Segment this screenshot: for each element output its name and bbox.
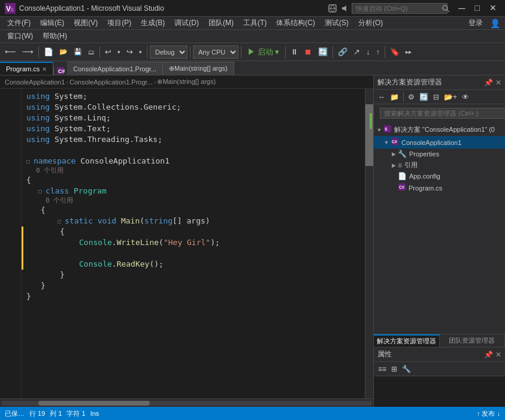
tb-restart-btn[interactable]: 🔄 (316, 46, 330, 58)
tb-new-btn[interactable]: 📄 (41, 46, 56, 58)
tb-bookmark-btn[interactable]: 🔖 (388, 46, 402, 58)
se-properties-btn[interactable]: ⚙ (406, 92, 416, 102)
tb-attach-btn[interactable]: 🔗 (335, 46, 350, 58)
prop-settings-btn[interactable]: 🔧 (400, 364, 413, 374)
menu-analyze[interactable]: 分析(O) (353, 17, 388, 29)
code-line-7[interactable]: □ namespace ConsoleApplication1 (22, 156, 365, 167)
breadcrumb-method[interactable]: ⊕Main(string[] args) (157, 78, 216, 86)
code-line-3[interactable]: using System.Linq; (22, 113, 365, 123)
tab-team-explorer[interactable]: 团队资源管理器 (440, 334, 506, 347)
tb-back-btn[interactable]: ⟵ (2, 46, 19, 58)
debug-config-select[interactable]: Debug (150, 46, 188, 59)
tb-step-over-btn[interactable]: ↗ (351, 46, 362, 58)
se-collapse-btn[interactable]: ⊟ (431, 92, 441, 102)
menu-debug[interactable]: 调试(D) (170, 17, 204, 29)
menu-view[interactable]: 视图(V) (69, 17, 102, 29)
code-line-8[interactable]: { (22, 175, 365, 186)
breadcrumb-file[interactable]: ConsoleApplication1.Progr... (69, 78, 153, 86)
menu-team[interactable]: 团队(M) (204, 17, 238, 29)
tab-solution-explorer[interactable]: 解决方案资源管理器 (374, 334, 440, 347)
menu-architecture[interactable]: 体系结构(C) (271, 17, 320, 29)
start-btn[interactable]: ▶ 启动 ▾ (244, 46, 283, 59)
platform-select[interactable]: Any CPU (193, 46, 238, 59)
tb-save-btn[interactable]: 💾 (71, 47, 84, 57)
menu-test[interactable]: 测试(S) (320, 17, 353, 29)
menu-tools[interactable]: 工具(T) (238, 17, 271, 29)
tb-saveall-btn[interactable]: 🗂 (86, 47, 97, 57)
editor-scrollbar[interactable] (365, 89, 373, 398)
prop-close-btn[interactable]: ✕ (495, 350, 501, 359)
tb-pause-btn[interactable]: ⏸ (288, 46, 301, 58)
se-sync-btn[interactable]: ↔ (376, 92, 387, 102)
tree-references[interactable]: ▶ ≡ 引用 (374, 159, 505, 171)
code-line-18[interactable]: } (22, 291, 365, 302)
code-line-17[interactable]: } (22, 280, 365, 291)
se-search-input[interactable] (380, 108, 505, 119)
tree-program-cs[interactable]: C# Program.cs (374, 182, 505, 194)
account-icon[interactable]: 👤 (488, 17, 503, 29)
maximize-btn[interactable]: □ (471, 3, 483, 14)
tb-step-in-btn[interactable]: ↓ (364, 46, 373, 58)
tb-redo-drop-btn[interactable]: ▾ (137, 48, 144, 56)
tab-console-app[interactable]: ConsoleApplication1.Progr... (67, 62, 163, 75)
code-line-13[interactable]: Console . WriteLine ( "Hey Girl" ); (22, 237, 365, 248)
code-line-15[interactable]: Console . ReadKey (); (22, 259, 365, 270)
se-show-files-btn[interactable]: 📁 (388, 92, 401, 102)
code-line-1[interactable]: using System; (22, 91, 365, 102)
se-close-btn[interactable]: ✕ (495, 78, 501, 87)
login-btn[interactable]: 登录 (464, 17, 488, 29)
tb-stop-btn[interactable]: ⏹ (302, 46, 315, 58)
tree-properties[interactable]: ▶ 🔧 Properties (374, 149, 505, 159)
tree-project[interactable]: ▼ C# ConsoleApplication1 (374, 136, 505, 149)
code-line-11[interactable]: □ static void Main ( string [] args) (22, 216, 365, 226)
prop-categorized-btn[interactable]: ≡≡ (376, 364, 388, 374)
breadcrumb-project[interactable]: ConsoleApplication1 (5, 78, 65, 86)
se-new-folder-btn[interactable]: 📂+ (442, 92, 459, 102)
se-pin-btn[interactable]: 📌 (484, 78, 493, 87)
code-line-6[interactable] (22, 145, 365, 156)
code-line-10[interactable]: { (22, 205, 365, 216)
collapse-class[interactable]: □ (38, 186, 44, 197)
close-btn[interactable]: ✕ (486, 3, 500, 14)
code-area[interactable]: using System; using System.Collections.G… (22, 89, 365, 398)
quick-launch-input[interactable] (352, 3, 447, 14)
tb-redo-btn[interactable]: ↪ (124, 46, 135, 58)
prop-pin-btn[interactable]: 📌 (484, 350, 493, 359)
code-line-12[interactable]: { (22, 226, 365, 237)
horizontal-scrollbar[interactable] (0, 398, 373, 407)
tb-step-out-btn[interactable]: ↑ (374, 46, 383, 58)
code-line-2[interactable]: using System.Collections.Generic; (22, 102, 365, 113)
publish-status[interactable]: ↑ 发布 ↓ (477, 409, 500, 418)
menu-project[interactable]: 项目(P) (102, 17, 136, 29)
se-refresh-btn[interactable]: 🔄 (418, 92, 430, 102)
menu-build[interactable]: 生成(B) (136, 17, 170, 29)
menu-help[interactable]: 帮助(H) (38, 30, 72, 43)
collapse-main[interactable]: □ (58, 216, 63, 226)
menu-file[interactable]: 文件(F) (2, 17, 35, 29)
prop-alphabetical-btn[interactable]: ⊞ (389, 364, 399, 374)
tab-close-program-cs[interactable]: ✕ (42, 66, 47, 72)
expand-references[interactable]: ▶ (391, 162, 397, 168)
tab-main-method[interactable]: ⊕Main(string[] args) (163, 62, 234, 75)
code-line-9[interactable]: □ class Program (22, 186, 365, 197)
code-line-16[interactable]: } (22, 270, 365, 280)
collapse-namespace[interactable]: □ (26, 156, 32, 167)
code-line-5[interactable]: using System.Threading.Tasks; (22, 134, 365, 145)
tb-more-btn[interactable]: ▸▸ (403, 47, 414, 56)
code-line-14[interactable] (22, 248, 365, 259)
tb-forward-btn[interactable]: ⟶ (20, 46, 36, 58)
code-line-4[interactable]: using System.Text; (22, 123, 365, 134)
tree-solution[interactable]: ▼ S 解决方案 "ConsoleApplication1" (0 (374, 123, 505, 136)
menu-window[interactable]: 窗口(W) (2, 30, 38, 43)
tb-open-btn[interactable]: 📂 (57, 47, 70, 57)
expand-solution[interactable]: ▼ (376, 127, 382, 133)
tb-undo-btn[interactable]: ↩ (102, 46, 114, 58)
expand-project[interactable]: ▼ (383, 140, 389, 146)
tab-program-cs[interactable]: Program.cs ✕ (0, 62, 53, 75)
tb-undo-drop-btn[interactable]: ▾ (115, 48, 123, 56)
expand-properties[interactable]: ▶ (391, 151, 397, 157)
minimize-btn[interactable]: ─ (455, 3, 468, 14)
tree-app-config[interactable]: 📄 App.config (374, 171, 505, 182)
se-show-all-btn[interactable]: 👁 (460, 92, 471, 102)
code-line-19[interactable] (22, 302, 365, 313)
